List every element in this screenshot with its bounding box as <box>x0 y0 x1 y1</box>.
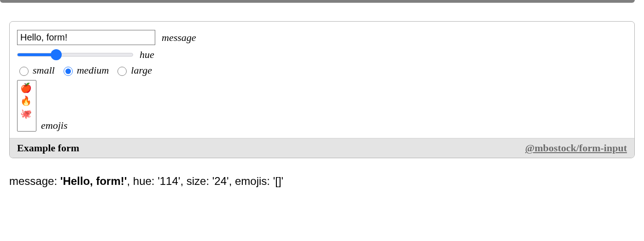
emoji-option-octopus[interactable]: 🐙 <box>18 107 36 120</box>
size-small-radio[interactable] <box>19 67 29 76</box>
hue-label: hue <box>140 49 154 61</box>
output-message-key: message: <box>9 175 60 187</box>
card-title: Example form <box>17 142 79 154</box>
form-body: message hue small medium large 🍎 🔥 <box>10 22 634 138</box>
example-form-card: message hue small medium large 🍎 🔥 <box>9 21 635 158</box>
size-small-label: small <box>33 64 55 76</box>
output-size-value: '24' <box>212 175 229 187</box>
hue-row: hue <box>17 49 627 61</box>
emoji-option-fire[interactable]: 🔥 <box>18 94 36 107</box>
output-message-value: 'Hello, form!' <box>60 175 127 187</box>
emojis-row: 🍎 🔥 🐙 emojis <box>17 80 627 132</box>
size-medium-radio[interactable] <box>64 67 73 76</box>
output-hue-value: '114' <box>158 175 180 187</box>
card-footer: Example form @mbostock/form-input <box>10 138 634 158</box>
size-large-option[interactable]: large <box>115 64 155 76</box>
emojis-select[interactable]: 🍎 🔥 🐙 <box>17 80 36 132</box>
message-row: message <box>17 30 627 45</box>
size-large-label: large <box>131 64 152 76</box>
hue-slider[interactable] <box>17 53 133 57</box>
size-small-option[interactable]: small <box>17 64 58 76</box>
size-medium-label: medium <box>77 64 109 76</box>
output-emojis-key: , emojis: <box>229 175 273 187</box>
size-radio-group: small medium large <box>17 64 627 76</box>
output-hue-key: , hue: <box>127 175 158 187</box>
output-size-key: , size: <box>180 175 212 187</box>
size-medium-option[interactable]: medium <box>61 64 112 76</box>
message-label: message <box>162 32 196 44</box>
source-link[interactable]: @mbostock/form-input <box>525 142 627 154</box>
size-large-radio[interactable] <box>117 67 127 76</box>
message-input[interactable] <box>17 30 155 45</box>
decorative-top-bar <box>0 0 635 3</box>
emoji-option-apple[interactable]: 🍎 <box>18 81 36 94</box>
form-output-text: message: 'Hello, form!', hue: '114', siz… <box>9 175 635 188</box>
emojis-label: emojis <box>41 120 67 132</box>
output-emojis-value: '[]' <box>273 175 284 187</box>
